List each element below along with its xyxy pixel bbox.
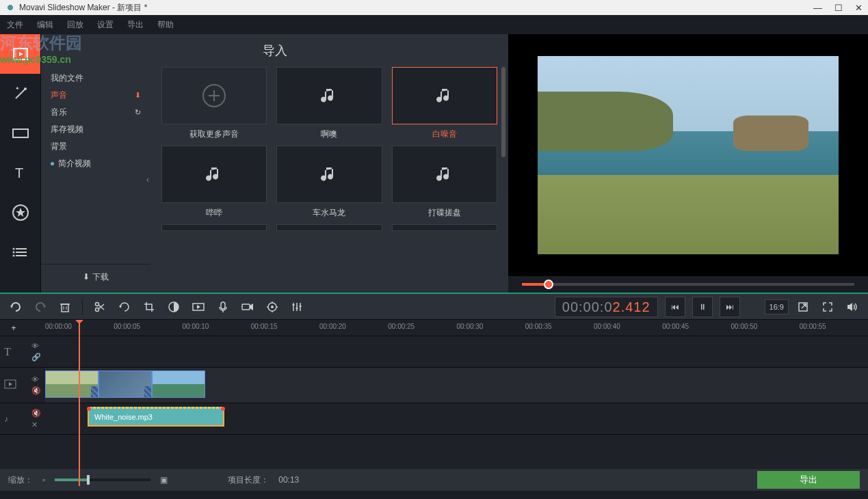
color-button[interactable] bbox=[163, 297, 184, 317]
audio-track: ♪🔇✕ White_noise.mp3 bbox=[0, 403, 868, 435]
nav-transitions-button[interactable] bbox=[0, 113, 40, 153]
svg-rect-48 bbox=[300, 306, 302, 307]
import-heading: 导入 bbox=[41, 34, 508, 67]
nav-more-button[interactable] bbox=[0, 232, 40, 272]
video-clip-2[interactable] bbox=[98, 370, 152, 398]
import-panel: 导入 我的文件 声音⬇ 音乐↻ 库存视频 背景 简介视频 ‹ ⬇ 下载 获取更多… bbox=[41, 34, 508, 293]
nav-stickers-button[interactable] bbox=[0, 193, 40, 232]
timeline-ruler[interactable]: + 00:00:00 00:00:05 00:00:10 00:00:15 00… bbox=[0, 320, 868, 336]
delete-button[interactable] bbox=[55, 297, 75, 317]
download-button[interactable]: ⬇ 下载 bbox=[41, 264, 150, 290]
export-button[interactable]: 导出 bbox=[757, 471, 860, 489]
redo-button[interactable] bbox=[30, 297, 51, 317]
link-icon[interactable]: 🔗 bbox=[31, 353, 41, 362]
svg-marker-3 bbox=[19, 52, 23, 56]
music-note-icon bbox=[319, 165, 339, 184]
tile-sound-scratch[interactable]: 打碟搓盘 bbox=[392, 146, 497, 219]
svg-point-38 bbox=[271, 306, 274, 308]
fullscreen-button[interactable] bbox=[817, 297, 838, 317]
audio-clip[interactable]: White_noise.mp3 bbox=[88, 407, 224, 427]
zoom-label: 缩放： bbox=[8, 474, 33, 486]
transition-icon[interactable] bbox=[144, 386, 152, 397]
seek-handle[interactable] bbox=[544, 280, 553, 289]
mute-icon[interactable]: 🔇 bbox=[31, 409, 41, 418]
pause-button[interactable]: ⏸ bbox=[692, 297, 713, 317]
menu-help[interactable]: 帮助 bbox=[157, 19, 174, 31]
preview-canvas[interactable] bbox=[508, 34, 868, 276]
window-title: Movavi Slideshow Maker - 新项目 * bbox=[19, 2, 813, 14]
music-note-icon bbox=[435, 165, 454, 184]
video-clip-1[interactable] bbox=[45, 370, 98, 398]
volume-button[interactable] bbox=[842, 297, 863, 317]
svg-point-5 bbox=[24, 87, 27, 90]
svg-text:✦: ✦ bbox=[15, 85, 20, 92]
category-music[interactable]: 音乐↻ bbox=[41, 104, 150, 121]
eye-icon[interactable]: 👁 bbox=[31, 342, 41, 350]
category-intro-video[interactable]: 简介视频 bbox=[41, 155, 150, 172]
app-logo-icon bbox=[5, 3, 15, 12]
category-stock-video[interactable]: 库存视频 bbox=[41, 121, 150, 138]
detach-preview-button[interactable] bbox=[793, 297, 813, 317]
preview-seekbar[interactable] bbox=[508, 276, 868, 293]
menu-playback[interactable]: 回放 bbox=[67, 19, 83, 31]
eye-icon[interactable]: 👁 bbox=[31, 375, 41, 383]
timeline: + 00:00:00 00:00:05 00:00:10 00:00:15 00… bbox=[0, 320, 868, 491]
prev-frame-button[interactable]: ⏮ bbox=[665, 297, 685, 317]
menu-edit[interactable]: 编辑 bbox=[37, 19, 53, 31]
svg-marker-32 bbox=[197, 305, 200, 309]
nav-titles-button[interactable]: T bbox=[0, 153, 40, 193]
aspect-ratio-button[interactable]: 16:9 bbox=[765, 299, 789, 314]
transition-wizard-button[interactable] bbox=[188, 297, 209, 317]
record-audio-button[interactable] bbox=[213, 297, 233, 317]
clip-properties-button[interactable] bbox=[262, 297, 282, 317]
maximize-button[interactable]: ☐ bbox=[834, 3, 843, 13]
transition-icon[interactable] bbox=[91, 386, 98, 397]
music-note-icon bbox=[319, 86, 339, 105]
equalizer-button[interactable] bbox=[287, 297, 307, 317]
tile-get-more-sounds[interactable]: 获取更多声音 bbox=[161, 67, 267, 140]
svg-rect-33 bbox=[221, 302, 225, 309]
menu-settings[interactable]: 设置 bbox=[97, 19, 114, 31]
svg-marker-19 bbox=[10, 306, 13, 308]
category-my-files[interactable]: 我的文件 bbox=[41, 70, 150, 87]
split-button[interactable] bbox=[90, 297, 110, 317]
zoom-out-icon[interactable]: ▫ bbox=[42, 475, 45, 485]
audio-track-lane[interactable]: White_noise.mp3 bbox=[45, 403, 868, 434]
category-sounds[interactable]: 声音⬇ bbox=[41, 87, 150, 104]
menu-export[interactable]: 导出 bbox=[127, 19, 144, 31]
tile-sound-beep[interactable]: 哔哔 bbox=[161, 146, 267, 219]
tile-sound-aou[interactable]: 啊噢 bbox=[276, 67, 382, 140]
tile-scrollbar[interactable] bbox=[501, 67, 505, 293]
zoom-slider[interactable] bbox=[55, 478, 150, 481]
svg-rect-35 bbox=[242, 304, 250, 310]
next-frame-button[interactable]: ⏭ bbox=[720, 297, 740, 317]
nav-import-button[interactable] bbox=[0, 34, 40, 74]
zoom-in-icon[interactable]: ▣ bbox=[160, 475, 168, 485]
close-button[interactable]: ✕ bbox=[855, 3, 863, 13]
svg-rect-2 bbox=[25, 49, 27, 59]
nav-filters-button[interactable]: ✦ bbox=[0, 74, 40, 113]
category-backgrounds[interactable]: 背景 bbox=[41, 138, 150, 155]
preview-panel: ? bbox=[508, 34, 868, 293]
svg-marker-50 bbox=[847, 303, 852, 311]
record-video-button[interactable] bbox=[237, 297, 258, 317]
rotate-button[interactable] bbox=[114, 297, 135, 317]
svg-line-28 bbox=[98, 304, 104, 309]
star-circle-icon bbox=[11, 203, 30, 222]
text-track-lane[interactable] bbox=[45, 336, 868, 367]
undo-button[interactable] bbox=[5, 297, 26, 317]
tile-sound-white-noise[interactable]: 白噪音 bbox=[392, 67, 497, 140]
audio-track-icon: ♪ bbox=[4, 414, 8, 424]
fx-icon[interactable]: ✕ bbox=[31, 420, 41, 429]
menu-file[interactable]: 文件 bbox=[7, 19, 23, 31]
minimize-button[interactable]: — bbox=[813, 3, 822, 13]
crop-button[interactable] bbox=[139, 297, 159, 317]
video-track-lane[interactable] bbox=[45, 368, 868, 403]
project-length-label: 项目长度： bbox=[228, 474, 269, 486]
tile-sound-traffic[interactable]: 车水马龙 bbox=[276, 146, 382, 219]
video-clip-3[interactable] bbox=[152, 370, 205, 398]
svg-point-17 bbox=[12, 252, 14, 254]
svg-marker-12 bbox=[16, 208, 25, 217]
mute-icon[interactable]: 🔇 bbox=[31, 386, 41, 395]
add-track-button[interactable]: + bbox=[0, 320, 27, 336]
